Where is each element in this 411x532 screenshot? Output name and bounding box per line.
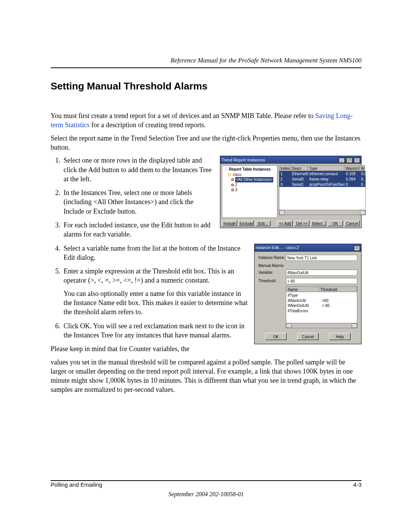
maximize-icon[interactable]: □ [346,158,352,163]
window-title: Trend Report Instances [221,157,265,163]
grid-button[interactable]: << Add [277,220,293,226]
table-row[interactable]: 3Serial1propPointToPointSerial00 [279,182,365,187]
label: <All Other Instances> [235,177,273,182]
cell: 3 [279,182,291,187]
column-header[interactable]: WanInUtil [344,165,360,171]
button-group-left: IncludeExcludeEdit... [222,220,271,226]
titlebar: Trend Report Instances _ □ × [220,156,361,164]
cell: ifTotalErrors [288,308,322,314]
list-item[interactable]: ifTotalErrors [288,308,355,314]
text: for a description of creating trend repo… [90,121,206,129]
figure-instance-edit: nstance Edit... - cisco.2 × Instance Nam… [254,244,362,345]
tree-leaf-all-other[interactable]: ✿ <All Other Instances> [223,177,276,182]
page-number: 4-3 [353,481,362,489]
label-instance-name: Instance Name: [258,255,286,260]
close-icon[interactable]: × [354,246,360,251]
instance-name-field[interactable]: New York T1 Link [286,255,357,261]
variable-list[interactable]: NameThreshold ifTypeifWanInUtil>80ifWanO… [286,286,357,328]
header-rule [51,67,362,68]
list-item[interactable]: ifWanInUtil>80 [288,298,355,304]
label-variable: Variable: [258,270,286,275]
dialog-button[interactable]: OK [265,333,287,340]
window-controls: _ □ × [338,157,360,163]
tree-button[interactable]: Edit... [255,220,271,226]
cell: 0. [360,176,365,182]
window-controls: × [354,245,360,251]
horizontal-scrollbar[interactable] [286,323,357,328]
tree-leaf-3[interactable]: ✿ 3 [223,187,276,193]
variable-field[interactable]: ifWanOutUtil [286,270,357,276]
threshold-field[interactable]: > 80 [286,278,357,284]
cell: > 80 [322,303,330,308]
label: 2 [235,183,237,187]
grid-button[interactable]: OK [328,220,343,226]
tree-leaf-2[interactable]: ✿ 2 [223,182,276,188]
cell: 0.0 [360,171,365,176]
close-icon[interactable]: × [354,158,360,163]
button-group-right: << AddDel >>Select...OKCancel [277,220,360,226]
gear-icon: ✿ [231,183,234,187]
footer-date: September 2004 202-10058-01 [51,490,362,498]
window-title: nstance Edit... - cisco.2 [256,245,299,251]
label-threshold: Threshold: [258,278,286,284]
label: cisco [233,173,242,177]
gear-icon: ✿ [231,188,234,192]
grid-body[interactable]: 1Ethernet0ethernet-csmacd0.1090.02Serial… [279,171,366,215]
titlebar: nstance Edit... - cisco.2 × [255,244,361,252]
instances-grid[interactable]: IndexDescrTypeWanInUtilW 1Ethernet0ether… [279,165,366,218]
scroll-right-icon[interactable] [360,210,365,215]
cell: ifWanOutUtil [288,303,322,308]
table-row[interactable]: 1Ethernet0ethernet-csmacd0.1090.0 [279,171,365,176]
list-item[interactable]: ifWanOutUtil> 80 [288,303,355,308]
cell: 0 [345,182,360,187]
label: Report Table Instances [229,167,271,171]
grid-button[interactable]: Del >> [294,220,309,226]
table-row[interactable]: 2Serial0frame-relay0.2640. [279,176,365,182]
gear-icon: ✿ [231,177,234,182]
list-item[interactable]: ifType [288,293,355,298]
cell: 2 [279,176,291,182]
cell: ifType [288,293,322,298]
section-title: Setting Manual Threshold Alarms [51,80,362,93]
tree-button[interactable]: Include [222,220,237,226]
window-instance-edit: nstance Edit... - cisco.2 × Instance Nam… [254,244,362,345]
minimize-icon[interactable]: _ [339,158,345,163]
grid-button[interactable]: Select... [311,220,326,226]
column-header[interactable]: Index [279,165,290,171]
tree-root[interactable]: 📄 Report Table Instances [223,167,276,172]
scroll-right-icon[interactable] [352,323,357,328]
column-header[interactable]: Descr [290,165,308,171]
grid-button[interactable]: Cancel [344,220,360,226]
dialog-button[interactable]: Help [329,333,350,340]
instances-tree[interactable]: 📄 Report Table Instances 📁 cisco ✿ <All … [222,165,277,218]
label: 3 [235,188,237,192]
intro-para-1: You must first create a trend report for… [51,111,362,130]
cell: ifWanInUtil [288,298,322,304]
scroll-left-icon[interactable] [279,210,285,215]
footer-section: Polling and Emailing [51,481,102,489]
dialog-button[interactable]: Cancel [297,333,319,340]
column-header[interactable]: Name [286,287,319,292]
cell: 1 [279,171,291,176]
cell: ethernet-csmacd [308,171,345,176]
tree-node-cisco[interactable]: 📁 cisco [223,172,276,177]
tree-button[interactable]: Exclude [239,220,254,226]
list-header: NameThreshold [286,287,357,292]
cell: >80 [322,298,328,304]
column-header[interactable]: Threshold [319,287,357,292]
cell: propPointToPointSerial [308,182,345,187]
group-manual-alarms: Manual Alarms [258,263,357,268]
scroll-left-icon[interactable] [286,323,292,328]
cell: 0.109 [345,171,360,176]
column-header[interactable]: Type [308,165,344,171]
horizontal-scrollbar[interactable] [279,210,365,215]
intro-para-2: Select the report name in the Trend Sele… [51,134,362,152]
grid-header: IndexDescrTypeWanInUtilW [279,165,366,171]
column-header[interactable]: W [360,165,365,171]
cell: frame-relay [308,176,345,182]
cell: Serial0 [291,176,308,182]
closing-para: values you set in the manual threshold w… [51,358,362,395]
window-trend-report: Trend Report Instances _ □ × 📄 Report Ta… [220,156,362,228]
running-header: Reference Manual for the ProSafe Network… [51,56,362,65]
text: You must first create a trend report for… [51,112,315,120]
